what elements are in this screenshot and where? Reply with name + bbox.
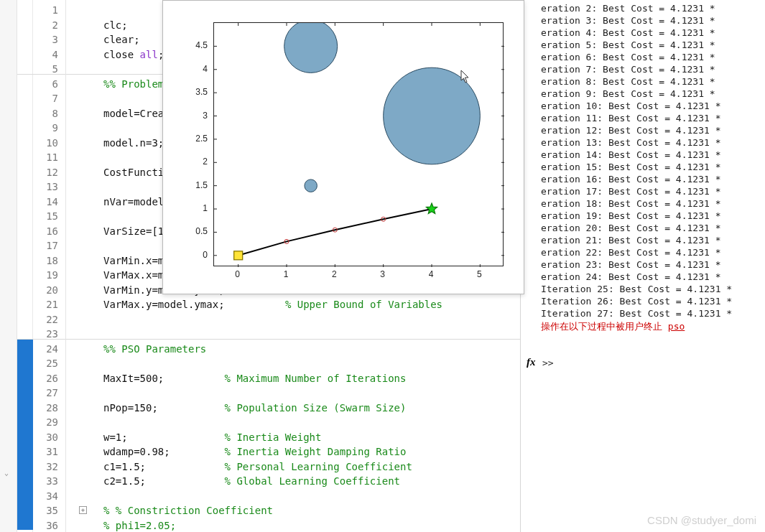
- line-number: 16: [46, 224, 58, 238]
- line-number: 28: [46, 401, 58, 415]
- error-link[interactable]: pso: [668, 321, 685, 332]
- console-line: eration 18: Best Cost = 4.1231 *: [541, 198, 720, 209]
- line-number: 26: [46, 371, 58, 386]
- console-error: 操作在以下过程中被用户终止 pso: [541, 320, 685, 333]
- figure-window[interactable]: 00.511.522.533.544.5012345: [162, 0, 524, 294]
- code-line[interactable]: VarMax.x=m: [103, 268, 164, 282]
- console-line: eration 12: Best Cost = 4.1231 *: [541, 125, 720, 136]
- line-number: 6: [52, 77, 58, 91]
- line-number: 15: [46, 209, 58, 223]
- code-line[interactable]: VarMax.y=model.ymax; % Upper Bound of Va…: [103, 297, 442, 312]
- line-number: 21: [46, 297, 58, 312]
- code-line[interactable]: %% PSO Parameters: [103, 342, 206, 356]
- fold-toggle[interactable]: +: [79, 506, 87, 514]
- x-tick-label: 3: [372, 269, 394, 279]
- code-line[interactable]: MaxIt=500; % Maximum Number of Iteration…: [103, 371, 406, 386]
- svg-point-32: [284, 23, 338, 73]
- code-line[interactable]: % phi1=2.05;: [103, 518, 176, 533]
- line-number: 24: [46, 342, 58, 356]
- left-panel: ⌄: [0, 0, 17, 532]
- code-line[interactable]: clc;: [103, 18, 128, 32]
- svg-point-33: [305, 179, 317, 192]
- console-line: eration 5: Best Cost = 4.1231 *: [541, 39, 715, 50]
- code-line[interactable]: w=1; % Inertia Weight: [103, 430, 321, 444]
- line-number: 14: [46, 195, 58, 209]
- console-line: eration 8: Best Cost = 4.1231 *: [541, 76, 715, 87]
- line-number: 25: [46, 356, 58, 370]
- left-panel-dropdown-icon[interactable]: ⌄: [4, 469, 11, 476]
- line-number: 32: [46, 459, 58, 474]
- line-number: 10: [46, 136, 58, 150]
- x-tick-label: 4: [420, 269, 442, 279]
- line-number: 2: [52, 18, 58, 32]
- console-line: eration 24: Best Cost = 4.1231 *: [541, 271, 720, 282]
- console-line: Iteration 27: Best Cost = 4.1231 *: [541, 308, 732, 319]
- line-number: 9: [52, 121, 58, 135]
- code-line[interactable]: model=Crea: [103, 106, 164, 121]
- prompt[interactable]: >>: [542, 358, 554, 368]
- line-number: 29: [46, 415, 58, 429]
- line-number: 13: [46, 179, 58, 194]
- axes[interactable]: [213, 22, 504, 266]
- y-tick-label: 0.5: [180, 226, 208, 236]
- svg-rect-38: [234, 251, 243, 260]
- console-line: eration 6: Best Cost = 4.1231 *: [541, 52, 715, 62]
- console-line: eration 9: Best Cost = 4.1231 *: [541, 88, 715, 99]
- x-tick-label: 5: [468, 269, 490, 279]
- line-number: 20: [46, 283, 58, 297]
- line-number: 31: [46, 444, 58, 459]
- code-line[interactable]: nVar=model: [103, 195, 164, 209]
- code-line[interactable]: model.n=3;: [103, 136, 164, 150]
- console-line: eration 10: Best Cost = 4.1231 *: [541, 101, 720, 111]
- y-tick-label: 4: [180, 64, 208, 74]
- console-line: eration 4: Best Cost = 4.1231 *: [541, 27, 715, 38]
- y-tick-label: 2: [180, 157, 208, 167]
- y-tick-label: 0: [180, 250, 208, 260]
- console-line: eration 21: Best Cost = 4.1231 *: [541, 235, 720, 246]
- y-tick-label: 3: [180, 111, 208, 121]
- code-line[interactable]: c2=1.5; % Global Learning Coefficient: [103, 474, 400, 488]
- code-line[interactable]: % % Constriction Coefficient: [103, 503, 273, 518]
- console-line: eration 16: Best Cost = 4.1231 *: [541, 174, 720, 185]
- console-line: eration 11: Best Cost = 4.1231 *: [541, 113, 720, 123]
- fx-icon[interactable]: fx: [527, 356, 536, 368]
- console-line: eration 23: Best Cost = 4.1231 *: [541, 259, 720, 270]
- axes-svg: [214, 23, 504, 267]
- svg-point-34: [384, 67, 481, 164]
- x-tick-label: 2: [323, 269, 345, 279]
- line-number: 7: [52, 91, 58, 106]
- code-line[interactable]: c1=1.5; % Personal Learning Coefficient: [103, 459, 412, 474]
- y-tick-label: 3.5: [180, 87, 208, 97]
- code-line[interactable]: VarMin.x=m: [103, 253, 164, 268]
- console-line: eration 7: Best Cost = 4.1231 *: [541, 64, 715, 75]
- code-line[interactable]: nPop=150; % Population Size (Swarm Size): [103, 401, 406, 415]
- x-tick-label: 0: [227, 269, 249, 279]
- line-number-gutter: 1234567891011121314151617181920212223242…: [17, 0, 66, 532]
- code-line[interactable]: close all;: [103, 47, 164, 62]
- line-number: 18: [46, 253, 58, 268]
- line-number: 34: [46, 489, 58, 503]
- line-number: 33: [46, 474, 58, 488]
- line-number: 19: [46, 268, 58, 282]
- console-line: eration 3: Best Cost = 4.1231 *: [541, 15, 715, 26]
- line-number: 22: [46, 312, 58, 327]
- y-tick-label: 1: [180, 203, 208, 213]
- console-line: eration 13: Best Cost = 4.1231 *: [541, 137, 720, 148]
- code-line[interactable]: VarSize=[1: [103, 224, 164, 238]
- x-tick-label: 1: [275, 269, 297, 279]
- line-number: 27: [46, 386, 58, 400]
- code-line[interactable]: wdamp=0.98; % Inertia Weight Damping Rat…: [103, 444, 406, 459]
- line-number: 8: [52, 106, 58, 121]
- console-line: Iteration 25: Best Cost = 4.1231 *: [541, 284, 732, 294]
- line-number: 36: [46, 518, 58, 533]
- line-number: 30: [46, 430, 58, 444]
- code-line[interactable]: %% Problem: [103, 77, 164, 91]
- code-line[interactable]: CostFuncti: [103, 165, 164, 179]
- console-line: Iteration 26: Best Cost = 4.1231 *: [541, 296, 732, 307]
- y-tick-label: 4.5: [180, 40, 208, 50]
- y-tick-label: 1.5: [180, 180, 208, 190]
- console-line: eration 20: Best Cost = 4.1231 *: [541, 223, 720, 233]
- command-window[interactable]: eration 2: Best Cost = 4.1231 *eration 3…: [520, 0, 765, 532]
- y-tick-label: 2.5: [180, 134, 208, 144]
- code-line[interactable]: clear;: [103, 32, 140, 47]
